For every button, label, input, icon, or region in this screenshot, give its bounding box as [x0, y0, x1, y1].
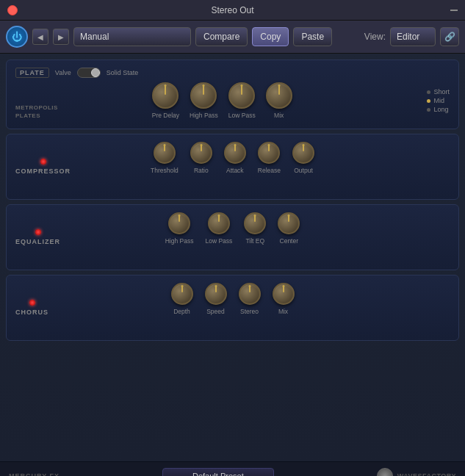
knob-wrap-attack: Attack [224, 142, 246, 174]
link-button[interactable]: 🔗 [440, 27, 459, 46]
knob-dot [268, 144, 270, 146]
knob-wrap-eq-lowpass: Low Pass [205, 212, 232, 245]
ratio-label: Ratio [194, 167, 209, 174]
compressor-section: COMPRESSOR Threshold Ratio [6, 134, 459, 200]
eq-highpass-label: High Pass [165, 237, 194, 245]
knob-dot [181, 285, 183, 287]
compressor-body: COMPRESSOR Threshold Ratio [15, 142, 450, 174]
eq-lowpass-knob[interactable] [208, 212, 230, 234]
knob-dot [203, 84, 205, 87]
editor-select[interactable]: Editor [390, 27, 436, 46]
chorus-mix-label: Mix [278, 308, 288, 315]
knob-dot [179, 214, 181, 217]
next-button[interactable]: ▶ [53, 29, 69, 45]
mix-knob[interactable] [266, 82, 292, 109]
knob-wrap-lowpass: Low Pass [228, 82, 256, 119]
title-bar-title: Stereo Out [211, 5, 253, 15]
short-dot [427, 90, 430, 94]
equalizer-label: EQUALIZER [15, 229, 60, 245]
knob-wrap-highpass: High Pass [190, 82, 218, 119]
knob-wrap-center: Center [278, 212, 300, 245]
output-knob[interactable] [292, 142, 314, 164]
power-icon: ⏻ [12, 31, 22, 43]
plugin-area: PLATE Valve Solid State METROPOLISPLATES… [0, 54, 465, 461]
equalizer-indicator [35, 229, 41, 235]
mercury-fx-label: MERCURY FX [9, 472, 60, 477]
center-knob[interactable] [278, 212, 300, 234]
minimize-button[interactable] [450, 10, 458, 11]
knob-dot [288, 214, 290, 217]
speed-knob[interactable] [205, 283, 227, 305]
chorus-indicator [29, 300, 35, 306]
knob-wrap-predelay: Pre Delay [152, 82, 179, 119]
knob-dot [163, 144, 165, 146]
eq-highpass-knob[interactable] [168, 212, 190, 234]
knob-dot [241, 84, 243, 87]
mid-dot [427, 99, 430, 103]
knob-dot [217, 214, 220, 217]
knob-dot [234, 144, 236, 146]
knob-wrap-depth: Depth [171, 283, 193, 315]
chorus-mix-knob[interactable] [273, 283, 295, 305]
power-button[interactable]: ⏻ [6, 26, 28, 48]
knob-wrap-threshold: Threshold [151, 142, 179, 174]
chorus-section: CHORUS Depth Speed [6, 275, 459, 341]
predelay-label: Pre Delay [152, 112, 179, 119]
preset-name-button[interactable]: Default Preset [162, 468, 274, 477]
knob-wrap-ratio: Ratio [190, 142, 212, 174]
view-label: View: [364, 32, 386, 42]
toggle-knob [91, 68, 100, 77]
threshold-label: Threshold [151, 167, 179, 174]
prev-button[interactable]: ◀ [32, 29, 48, 45]
speed-label: Speed [206, 308, 225, 315]
wavesfactory-area: WAVESFACTORY [377, 468, 456, 477]
chorus-label: CHORUS [15, 300, 48, 316]
release-knob[interactable] [258, 142, 280, 164]
stereo-knob[interactable] [239, 283, 261, 305]
plate-section: PLATE Valve Solid State METROPOLISPLATES… [6, 60, 459, 129]
depth-knob[interactable] [171, 283, 193, 305]
plate-opt-short[interactable]: Short [427, 88, 450, 95]
tilteq-knob[interactable] [244, 212, 266, 234]
copy-button[interactable]: Copy [252, 27, 289, 46]
depth-label: Depth [173, 308, 190, 315]
knob-wrap-release: Release [258, 142, 281, 174]
ratio-knob[interactable] [190, 142, 212, 164]
output-label: Output [294, 167, 313, 174]
center-label: Center [280, 237, 299, 245]
threshold-knob[interactable] [154, 142, 176, 164]
lowpass-label: Low Pass [228, 112, 256, 119]
equalizer-body: EQUALIZER High Pass Low Pass [15, 212, 450, 245]
stereo-label: Stereo [240, 308, 259, 315]
metropolis-label: METROPOLISPLATES [15, 104, 58, 120]
title-bar: Stereo Out [0, 0, 465, 21]
compare-button[interactable]: Compare [195, 27, 248, 46]
preset-select[interactable]: Manual [73, 27, 191, 46]
plate-header: PLATE Valve Solid State [15, 68, 450, 78]
plate-opt-long[interactable]: Long [427, 106, 450, 113]
long-label: Long [433, 106, 448, 113]
bottom-bar: MERCURY FX Default Preset WAVESFACTORY [0, 461, 465, 476]
compressor-label: COMPRESSOR [15, 159, 71, 175]
plate-opt-mid[interactable]: Mid [427, 97, 450, 104]
lowpass-knob[interactable] [228, 82, 255, 109]
valve-toggle[interactable] [77, 68, 101, 78]
attack-label: Attack [226, 167, 244, 174]
knob-dot [254, 214, 256, 217]
close-button[interactable] [7, 5, 18, 15]
paste-button[interactable]: Paste [293, 27, 332, 46]
knob-wrap-mix: Mix [266, 82, 292, 119]
chorus-knobs-row: Depth Speed Stereo [15, 283, 450, 315]
knob-dot [200, 144, 202, 146]
release-label: Release [258, 167, 281, 174]
attack-knob[interactable] [224, 142, 246, 164]
predelay-knob[interactable] [152, 82, 179, 109]
valve-label: Valve [55, 69, 71, 76]
long-dot [427, 108, 430, 112]
toolbar: ⏻ ◀ ▶ Manual Compare Copy Paste View: Ed… [0, 21, 465, 54]
plate-knobs-row: Pre Delay High Pass Low Pass [23, 82, 421, 119]
highpass-knob[interactable] [190, 82, 217, 109]
mix-label: Mix [274, 112, 284, 119]
solid-state-label: Solid State [107, 69, 139, 76]
knob-dot [278, 84, 280, 87]
